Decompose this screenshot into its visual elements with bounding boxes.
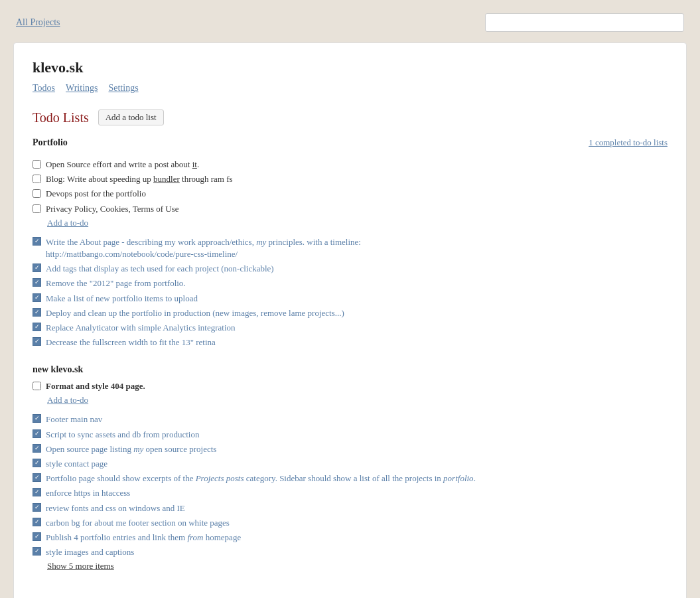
nav-tabs: Todos Writings Settings <box>33 83 667 94</box>
all-projects-link[interactable]: All Projects <box>16 17 60 28</box>
add-todo-list-button[interactable]: Add a todo list <box>98 110 164 125</box>
todo-lists-header: Todo Lists Add a todo list <box>33 110 667 125</box>
main-card: klevo.sk Todos Writings Settings Todo Li… <box>13 42 687 598</box>
new-klevo-completed-checkbox-0 <box>33 414 41 423</box>
portfolio-completed-item-0: Write the About page - describing my wor… <box>33 236 667 260</box>
portfolio-checkbox-3[interactable] <box>33 204 41 213</box>
new-klevo-completed-item-9: style images and captions <box>33 546 667 558</box>
portfolio-completed-item-3: Make a list of new portfolio items to up… <box>33 293 667 305</box>
portfolio-completed-checkbox-1 <box>33 263 41 272</box>
new-klevo-completed-item-1: Script to sync assets and db from produc… <box>33 429 667 441</box>
portfolio-completed-link[interactable]: 1 completed to-do lists <box>589 137 667 148</box>
new-klevo-completed-checkbox-2 <box>33 444 41 453</box>
new-klevo-completed-checkbox-8 <box>33 532 41 541</box>
portfolio-checkbox-0[interactable] <box>33 160 41 169</box>
new-klevo-completed-item-4: Portfolio page should show excerpts of t… <box>33 473 667 485</box>
portfolio-completed-item-1: Add tags that display as tech used for e… <box>33 263 667 275</box>
new-klevo-completed-checkbox-5 <box>33 488 41 496</box>
new-klevo-add-todo-link[interactable]: Add a to-do <box>47 395 667 406</box>
portfolio-completed-item-5: Replace Analyticator with simple Analyti… <box>33 322 667 334</box>
new-klevo-completed-item-2: Open source page listing my open source … <box>33 443 667 455</box>
portfolio-completed-checkbox-3 <box>33 293 41 302</box>
portfolio-completed-item-4: Deploy and clean up the portfolio in pro… <box>33 307 667 319</box>
new-klevo-completed-item-6: review fonts and css on windows and IE <box>33 502 667 514</box>
new-klevo-section-title: new klevo.sk <box>33 364 667 375</box>
new-klevo-completed-checkbox-6 <box>33 503 41 512</box>
new-klevo-completed-checkbox-7 <box>33 518 41 526</box>
portfolio-section: Portfolio 1 completed to-do lists Open S… <box>33 137 667 348</box>
tab-settings[interactable]: Settings <box>108 83 138 94</box>
portfolio-completed-checkbox-2 <box>33 278 41 287</box>
new-klevo-completed-item-7: carbon bg for about me footer section on… <box>33 517 667 529</box>
new-klevo-completed-checkbox-4 <box>33 473 41 482</box>
portfolio-completed-checkbox-5 <box>33 323 41 331</box>
new-klevo-completed-checkbox-3 <box>33 459 41 467</box>
portfolio-completed-item-2: Remove the "2012" page from portfolio. <box>33 277 667 289</box>
top-bar: All Projects <box>13 13 687 32</box>
portfolio-section-title: Portfolio <box>33 137 68 148</box>
new-klevo-section: new klevo.sk Format and style 404 page. … <box>33 364 667 571</box>
portfolio-section-header: Portfolio 1 completed to-do lists <box>33 137 667 153</box>
new-klevo-completed-item-0: Footer main nav <box>33 413 667 425</box>
new-klevo-open-item-0: Format and style 404 page. <box>33 380 667 392</box>
new-klevo-completed-checkbox-1 <box>33 429 41 438</box>
new-klevo-checkbox-0[interactable] <box>33 382 41 390</box>
portfolio-open-item-1: Blog: Write about speeding up bundler th… <box>33 173 667 185</box>
project-title: klevo.sk <box>33 59 667 76</box>
show-more-link[interactable]: Show 5 more items <box>47 561 667 571</box>
todo-lists-title: Todo Lists <box>33 110 89 125</box>
search-input[interactable] <box>485 13 684 32</box>
new-klevo-completed-item-5: enforce https in htaccess <box>33 487 667 499</box>
portfolio-checkbox-2[interactable] <box>33 189 41 198</box>
portfolio-completed-checkbox-6 <box>33 337 41 346</box>
tab-writings[interactable]: Writings <box>66 83 98 94</box>
portfolio-add-todo-link[interactable]: Add a to-do <box>47 218 667 228</box>
tab-todos[interactable]: Todos <box>33 83 55 94</box>
portfolio-open-item-2: Devops post for the portfolio <box>33 188 667 200</box>
portfolio-completed-item-6: Decrease the fullscreen width to fit the… <box>33 336 667 348</box>
new-klevo-completed-item-8: Publish 4 portfolio entries and link the… <box>33 532 667 544</box>
portfolio-open-item-0: Open Source effort and write a post abou… <box>33 159 667 171</box>
new-klevo-completed-checkbox-9 <box>33 547 41 556</box>
portfolio-checkbox-1[interactable] <box>33 175 41 183</box>
new-klevo-completed-item-3: style contact page <box>33 458 667 470</box>
portfolio-completed-checkbox-4 <box>33 308 41 317</box>
portfolio-open-item-3: Privacy Policy, Cookies, Terms of Use <box>33 203 667 215</box>
portfolio-completed-checkbox-0 <box>33 237 41 246</box>
